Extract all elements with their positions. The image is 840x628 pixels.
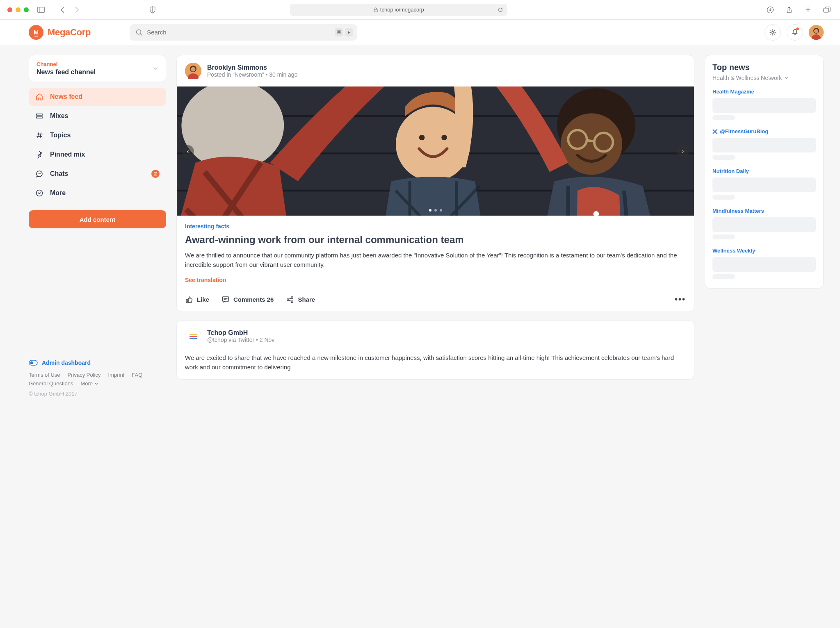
lock-icon [374, 7, 378, 12]
share-nodes-icon [286, 296, 294, 304]
maximize-window[interactable] [24, 7, 29, 12]
hashtag-icon [35, 131, 43, 139]
carousel-prev[interactable]: ‹ [182, 145, 194, 157]
notifications-button[interactable] [787, 24, 803, 41]
carousel-dot[interactable] [440, 209, 442, 212]
chevron-down-icon [153, 66, 158, 71]
address-bar[interactable]: tchop.io/megacorp [290, 4, 507, 16]
nav-label: More [50, 189, 66, 197]
mixes-icon [35, 112, 43, 120]
nav-more[interactable]: More [29, 184, 166, 202]
carousel-dot[interactable] [429, 209, 431, 212]
add-content-button[interactable]: Add content [29, 210, 166, 228]
footer-links: Terms of Use Privacy Policy Imprint FAQ … [29, 372, 166, 387]
post-author-avatar[interactable] [185, 63, 201, 79]
nav-news-feed[interactable]: News feed [29, 88, 166, 106]
post-author-avatar[interactable] [185, 328, 201, 344]
nav-pinned-mix[interactable]: Pinned mix [29, 146, 166, 164]
header-right [765, 24, 824, 41]
footer-link[interactable]: Privacy Policy [68, 372, 101, 378]
footer-link[interactable]: Imprint [108, 372, 125, 378]
nav-mixes[interactable]: Mixes [29, 107, 166, 125]
svg-point-55 [441, 135, 447, 141]
svg-rect-15 [37, 114, 42, 115]
top-news-subtitle-dropdown[interactable]: Health & Wellness Network [712, 75, 816, 81]
minimize-window[interactable] [16, 7, 21, 12]
svg-point-73 [287, 298, 289, 300]
close-window[interactable] [7, 7, 12, 12]
news-source: Health Magazine [712, 89, 816, 95]
svg-point-21 [37, 190, 43, 196]
copyright-text: © tchop GmbH 2017 [29, 391, 166, 397]
post-header: Tchop GmbH @tchop via Twitter • 2 Nov [177, 321, 694, 352]
carousel-next[interactable]: › [677, 145, 689, 157]
post-body: We are thrilled to announce that our com… [185, 251, 686, 269]
svg-rect-5 [824, 8, 829, 12]
svg-point-20 [40, 173, 41, 174]
svg-point-75 [291, 300, 293, 302]
carousel-dot[interactable] [434, 209, 437, 212]
comments-button[interactable]: Comments 26 [221, 296, 274, 304]
post-header: Brooklyn Simmons Posted in “Newsroom” • … [177, 55, 694, 86]
nav-chats[interactable]: Chats 2 [29, 165, 166, 183]
top-news-title: Top news [712, 63, 816, 72]
footer-link[interactable]: FAQ [132, 372, 142, 378]
skeleton-line [712, 217, 816, 232]
toggle-icon [29, 360, 38, 366]
tabs-icon[interactable] [821, 4, 833, 16]
download-icon[interactable] [765, 4, 776, 16]
admin-dashboard-link[interactable]: Admin dashboard [29, 360, 166, 366]
search-input[interactable] [147, 29, 331, 36]
nav-label: Pinned mix [50, 151, 85, 158]
forward-button[interactable] [71, 4, 83, 16]
post-more-button[interactable]: ••• [675, 295, 686, 304]
post-card: Brooklyn Simmons Posted in “Newsroom” • … [176, 55, 694, 312]
refresh-icon[interactable] [498, 7, 503, 13]
browser-chrome: tchop.io/megacorp [0, 0, 840, 20]
comments-label: Comments 26 [233, 296, 274, 303]
news-item[interactable]: Wellness Weekly [712, 248, 816, 279]
post-body: We are excited to share that we have rea… [185, 353, 686, 372]
nav-topics[interactable]: Topics [29, 126, 166, 144]
share-icon[interactable] [783, 4, 795, 16]
carousel-dots [429, 209, 442, 212]
channel-value: News feed channel [37, 68, 96, 76]
news-item[interactable]: Health Magazine [712, 89, 816, 120]
news-item[interactable]: Mindfulness Matters [712, 208, 816, 239]
shield-icon[interactable] [147, 4, 158, 16]
sidebar-toggle-icon[interactable] [35, 4, 47, 16]
news-item[interactable]: Nutrition Daily [712, 168, 816, 200]
chats-badge: 2 [151, 170, 160, 178]
search-bar[interactable]: ⌘ F [130, 24, 357, 41]
news-source: Nutrition Daily [712, 168, 816, 174]
user-avatar[interactable] [809, 25, 824, 40]
settings-button[interactable] [765, 24, 781, 41]
brand-logo[interactable]: M MegaCorp [29, 25, 91, 40]
svg-point-13 [814, 29, 818, 33]
new-tab-icon[interactable] [802, 4, 814, 16]
see-translation-link[interactable]: See translation [185, 277, 686, 283]
thumbs-up-icon [185, 296, 193, 304]
svg-line-9 [140, 34, 142, 35]
svg-rect-3 [374, 9, 377, 12]
post-author-name[interactable]: Brooklyn Simmons [207, 64, 297, 71]
svg-point-23 [30, 362, 33, 364]
share-button[interactable]: Share [286, 296, 315, 304]
svg-point-19 [39, 173, 40, 174]
kbd-f: F [345, 28, 353, 36]
post-tag[interactable]: Interesting facts [185, 223, 686, 230]
news-item[interactable]: @FitnessGuruBlog [712, 128, 816, 160]
footer-link[interactable]: General Questions [29, 380, 73, 387]
footer-link[interactable]: More [80, 380, 98, 387]
like-button[interactable]: Like [185, 296, 209, 304]
channel-selector[interactable]: Channel News feed channel [29, 55, 166, 82]
top-news-panel: Top news Health & Wellness Network Healt… [705, 55, 824, 289]
post-author-name[interactable]: Tchop GmbH [207, 329, 274, 337]
post-content: Interesting facts Award-winning work fro… [177, 216, 694, 291]
chrome-right [765, 4, 833, 16]
news-source: Mindfulness Matters [712, 208, 816, 214]
url-text: tchop.io/megacorp [380, 7, 424, 13]
post-card: Tchop GmbH @tchop via Twitter • 2 Nov We… [176, 320, 694, 380]
back-button[interactable] [57, 4, 68, 16]
footer-link[interactable]: Terms of Use [29, 372, 60, 378]
